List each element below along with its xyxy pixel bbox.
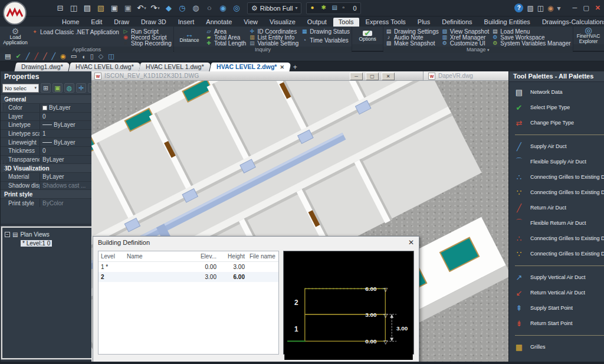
point-icon[interactable]: ◆ bbox=[163, 2, 175, 14]
layers-icon[interactable]: ▤ bbox=[331, 4, 340, 12]
open-folder-icon[interactable]: ▧ bbox=[95, 2, 107, 14]
ribbon-tab[interactable]: Edit bbox=[86, 18, 107, 27]
circle-icon[interactable]: ○ bbox=[203, 2, 215, 14]
tree-item-level[interactable]: * Level:1 0 bbox=[21, 239, 94, 247]
load-application-button[interactable]: ⚙ Load Application bbox=[2, 28, 29, 47]
property-row[interactable]: Lineweight ByLayer bbox=[1, 137, 100, 146]
inquiry-button[interactable]: ▤Variable Setting bbox=[248, 40, 298, 46]
property-row[interactable]: Linetype ByLayer bbox=[1, 120, 100, 129]
ribbon-tab[interactable]: Home bbox=[57, 18, 84, 27]
tree-filter-icon[interactable]: ⊞ bbox=[41, 83, 51, 93]
palette-item[interactable] bbox=[511, 261, 604, 270]
return-vertical-air-duct[interactable]: ↙ Return Vertical Air Duct bbox=[511, 285, 604, 300]
save-as-icon[interactable]: ▣ bbox=[122, 2, 134, 14]
current-layer-icon[interactable]: ▫ bbox=[342, 4, 350, 12]
new-file-icon[interactable]: ▤ bbox=[81, 2, 93, 14]
floating-window-titlebar[interactable]: W DapeVR.dwg bbox=[423, 71, 508, 81]
inquiry-button[interactable]: ◔Time Variables bbox=[301, 37, 350, 43]
globe-icon[interactable]: ◉ bbox=[217, 2, 229, 14]
return-air-duct[interactable]: ╱ Return Air Duct bbox=[511, 200, 604, 215]
script-button[interactable]: ▷ Run Script bbox=[122, 28, 172, 34]
close-button[interactable]: ✕ bbox=[382, 73, 395, 80]
workspace-switcher[interactable]: ⚙ Ribbon Full ▾ bbox=[247, 2, 301, 14]
property-row[interactable]: Thickness 0 bbox=[1, 146, 100, 155]
transfer-icon[interactable]: ◫ bbox=[537, 4, 544, 12]
export-icon[interactable]: ▣ bbox=[52, 83, 63, 93]
property-row[interactable]: Linetype scale 1 bbox=[1, 129, 100, 138]
section-header-printstyle[interactable]: Print style ▴ bbox=[1, 189, 100, 198]
property-row[interactable]: Print style ByColor bbox=[1, 198, 100, 207]
palette-item[interactable] bbox=[511, 130, 604, 139]
supply-line-icon[interactable]: ╱ bbox=[26, 53, 30, 60]
property-row[interactable]: Material ByLayer bbox=[1, 172, 100, 181]
ribbon-tab[interactable]: Plus bbox=[412, 18, 435, 27]
options-button[interactable]: ✔ Options bbox=[354, 28, 381, 44]
qat-overflow-icon[interactable]: ▾ bbox=[557, 4, 561, 12]
audio-icon[interactable]: ◖ bbox=[81, 53, 86, 60]
ribbon-tab[interactable]: Draw bbox=[109, 18, 134, 27]
manage-button[interactable]: ♪Audio Note bbox=[385, 34, 439, 40]
select-pipe-type[interactable]: ✔ Select Pipe Type bbox=[511, 100, 604, 115]
ribbon-tab[interactable]: Building Entities bbox=[479, 18, 536, 27]
table-row[interactable]: 2 3.00 6.00 bbox=[99, 272, 278, 282]
inquiry-button[interactable]: ▦Drawing Status bbox=[301, 28, 350, 34]
drawing-viewport[interactable]: W ISCON_REV_K1D1D2K3D1.DWG ─ ▢ ✕ W DapeV… bbox=[91, 71, 508, 362]
connecting-grilles-return[interactable]: ∴ Connecting Grilles to Existing Duct bbox=[511, 231, 604, 246]
tree-root-plan-views[interactable]: − ▤ Plan Views bbox=[5, 230, 94, 238]
inquiry-button[interactable]: ▰Total Area bbox=[205, 34, 247, 40]
ribbon-tab[interactable]: Draw 3D bbox=[136, 18, 172, 27]
return-start-point[interactable]: ⇟ Return Start Point bbox=[511, 316, 604, 331]
palette-item[interactable] bbox=[511, 331, 604, 339]
save-icon[interactable]: ▣ bbox=[109, 2, 120, 14]
restore-button[interactable]: ▢ bbox=[583, 4, 589, 12]
ribbon-tab[interactable]: Tools bbox=[333, 18, 359, 27]
inquiry-button[interactable]: ▱Area bbox=[205, 28, 247, 34]
sheet-edit-icon[interactable]: ▤ bbox=[5, 53, 11, 60]
supply-vertical-air-duct[interactable]: ↗ Supply Vertical Air Duct bbox=[511, 270, 604, 285]
table-row[interactable]: 1 * 0.00 3.00 bbox=[99, 262, 278, 272]
ribbon-tab[interactable]: Drawings-Calculations bbox=[537, 18, 604, 27]
connecting-grilles-supply-alt[interactable]: ∵ Connecting Grilles to Existing Duct ..… bbox=[511, 185, 604, 200]
inquiry-button[interactable]: ▥List Entity Info bbox=[248, 34, 298, 40]
polygon-icon[interactable]: ◇ bbox=[99, 53, 103, 60]
close-button[interactable]: ✕ bbox=[595, 4, 600, 12]
collapse-icon[interactable]: − bbox=[5, 232, 10, 237]
check-icon[interactable]: ✔ bbox=[15, 53, 21, 60]
inquiry-button[interactable]: ✛ID Coordinates bbox=[248, 28, 298, 34]
connecting-grilles-return-alt[interactable]: ∵ Connecting Grilles to Existing Duct ..… bbox=[511, 246, 604, 261]
property-row[interactable]: Layer 0 bbox=[1, 112, 100, 121]
manage-button[interactable]: ▤Drawing Settings bbox=[385, 28, 439, 34]
palette-grip[interactable] bbox=[0, 71, 1, 362]
document-tab[interactable]: HVAC LEVEL 1.dwg* bbox=[139, 63, 211, 71]
ribbon-tab[interactable]: View bbox=[238, 18, 263, 27]
property-row[interactable]: Transparency ByLayer bbox=[1, 155, 100, 164]
ribbon-tab[interactable]: Visualize bbox=[264, 18, 301, 27]
close-tab-icon[interactable]: ✕ bbox=[280, 64, 284, 70]
grilles[interactable]: ▦ Grilles bbox=[511, 339, 604, 355]
ribbon-tab[interactable]: Output bbox=[302, 18, 332, 27]
cylinder-icon[interactable]: ▯ bbox=[90, 53, 94, 60]
manage-button[interactable]: ▧Make Snapshot bbox=[385, 40, 439, 46]
restore-button[interactable]: ▢ bbox=[366, 73, 379, 80]
network-data[interactable]: ▤ Network Data bbox=[511, 84, 604, 100]
document-tab[interactable]: HVAC LEVEL 2.dwg*✕ bbox=[209, 63, 291, 71]
inquiry-button[interactable]: ✚Total Length bbox=[205, 40, 247, 46]
document-tab[interactable]: HVAC LEVEL 0.dwg* bbox=[68, 63, 140, 71]
manage-button[interactable]: ⚙Save Workspace bbox=[491, 34, 570, 40]
script-button[interactable]: ■ Stop Recording bbox=[122, 40, 172, 46]
manage-button[interactable]: ▨View Snapshot bbox=[441, 28, 490, 34]
group-label-manage[interactable]: Manage ▾ bbox=[383, 47, 572, 53]
finehvac-explorer-button[interactable]: ◎ FineHVAC Explorer bbox=[575, 28, 602, 44]
dual-monitor-icon[interactable]: ◫ bbox=[68, 2, 80, 14]
print-icon[interactable]: ⊟ bbox=[54, 2, 66, 14]
dialog-titlebar[interactable]: Building Definition ✕ bbox=[93, 237, 419, 248]
flexible-return-air-duct[interactable]: ⌒ Flexible Return Air Duct bbox=[511, 215, 604, 231]
undo-icon[interactable]: ↶ bbox=[136, 2, 147, 14]
minimize-button[interactable]: ─ bbox=[573, 4, 577, 12]
distance-button[interactable]: ↔ Distance bbox=[176, 28, 203, 47]
supply-start-point[interactable]: ⇞ Supply Start Point bbox=[511, 300, 604, 316]
section-header-general[interactable]: General ▴ bbox=[1, 94, 100, 103]
flexible-supply-air-duct[interactable]: ⌒ Flexible Supply Air Duct bbox=[511, 154, 604, 169]
change-pipe-type[interactable]: ⇄ Change Pipe Type bbox=[511, 115, 604, 130]
ribbon-tab[interactable]: Express Tools bbox=[360, 18, 411, 27]
